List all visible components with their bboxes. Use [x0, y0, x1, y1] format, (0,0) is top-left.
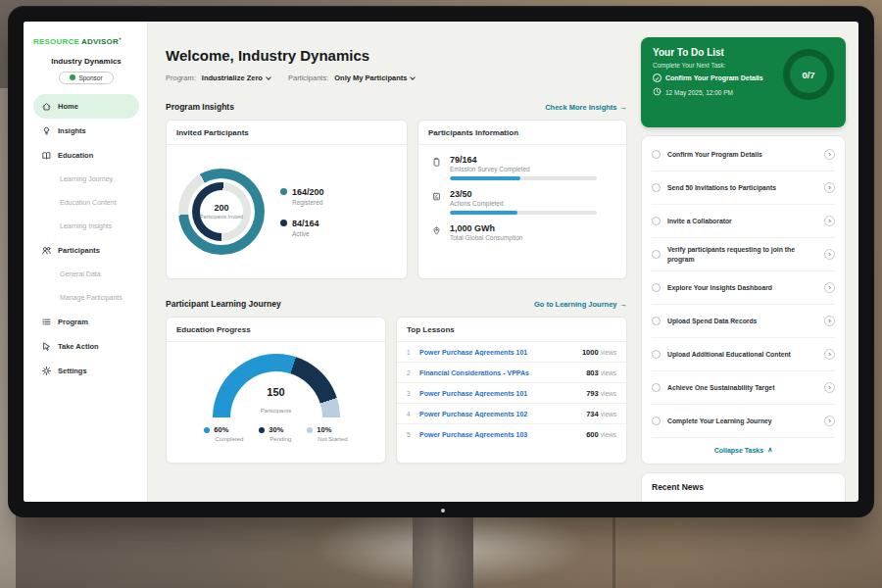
participants-filter-dropdown[interactable]: Only My Participants — [334, 74, 415, 82]
sidebar-item-label: Program — [58, 318, 88, 326]
survey-progress-bar — [450, 176, 597, 180]
todo-panel: Your To Do List Complete Your Next Task:… — [639, 22, 858, 502]
task-checkbox[interactable] — [652, 317, 661, 325]
task-chevron-icon[interactable]: › — [824, 349, 835, 360]
room-background: RESOURCE ADVISOR+ Industry Dynamics Spon… — [0, 0, 882, 588]
sidebar-item-label: Insights — [58, 126, 86, 135]
clock-icon — [653, 87, 662, 97]
cursor-icon — [41, 341, 52, 352]
logo-word-resource: RESOURCE — [33, 37, 79, 46]
task-checkbox[interactable] — [652, 217, 661, 225]
participants-filter-label: Participants: — [288, 74, 328, 82]
sidebar-item-learning-journey[interactable]: Learning Journey — [33, 168, 139, 191]
task-checkbox[interactable] — [652, 283, 661, 292]
todo-progress-value: 0/7 — [790, 56, 827, 93]
page-title: Welcome, Industry Dynamics — [166, 47, 627, 64]
sidebar-item-home[interactable]: Home — [33, 94, 139, 119]
book-icon — [41, 150, 52, 161]
org-name: Industry Dynamics — [33, 57, 139, 66]
lesson-link[interactable]: Power Purchase Agreements 102 — [419, 411, 586, 417]
program-filter-label: Program: — [166, 74, 196, 82]
logo-plus: + — [119, 35, 122, 41]
sidebar-item-label: Settings — [58, 367, 87, 375]
task-row[interactable]: Explore Your Insights Dashboard › — [652, 271, 835, 305]
task-row[interactable]: Verify participants requesting to join t… — [652, 238, 835, 271]
program-insights-header: Program Insights Check More Insights→ — [166, 102, 627, 112]
task-checkbox[interactable] — [652, 416, 661, 425]
lesson-link[interactable]: Power Purchase Agreements 101 — [419, 390, 586, 397]
card-title: Participants Information — [418, 121, 626, 145]
task-row[interactable]: Upload Spend Data Records › — [652, 305, 835, 338]
info-row-actions: 23/50 Actions Completed — [430, 189, 614, 215]
check-more-insights-link[interactable]: Check More Insights→ — [545, 103, 627, 112]
legend-dot-pending — [259, 427, 265, 433]
invited-donut-chart: 200 Participants Invited — [178, 169, 265, 255]
sponsor-badge-label: Sponsor — [78, 74, 102, 81]
task-row[interactable]: Complete Your Learning Journey › — [652, 405, 835, 438]
task-chevron-icon[interactable]: › — [824, 282, 835, 293]
task-row[interactable]: Invite a Collaborator › — [652, 205, 835, 238]
task-checkbox[interactable] — [652, 250, 661, 259]
section-title-learning-journey: Participant Learning Journey — [166, 299, 281, 309]
sidebar: RESOURCE ADVISOR+ Industry Dynamics Spon… — [24, 22, 148, 502]
app-window: RESOURCE ADVISOR+ Industry Dynamics Spon… — [24, 22, 858, 502]
task-row[interactable]: Upload Additional Educational Content › — [652, 338, 835, 371]
task-chevron-icon[interactable]: › — [824, 416, 835, 426]
recent-news-title: Recent News — [652, 482, 835, 492]
lesson-link[interactable]: Power Purchase Agreements 103 — [419, 431, 586, 438]
invited-participants-card: Invited Participants 200 Participants In… — [166, 120, 408, 279]
sidebar-item-participants[interactable]: Participants — [33, 238, 139, 263]
chevron-down-icon — [411, 74, 416, 80]
task-chevron-icon[interactable]: › — [824, 182, 835, 193]
task-checkbox[interactable] — [652, 150, 661, 159]
task-chevron-icon[interactable]: › — [824, 249, 835, 260]
task-checkbox[interactable] — [652, 383, 661, 392]
sidebar-item-program[interactable]: Program — [33, 310, 139, 334]
sidebar-item-learning-insights[interactable]: Learning Insights — [33, 215, 139, 238]
chevron-down-icon — [266, 74, 271, 80]
go-to-learning-journey-link[interactable]: Go to Learning Journey→ — [534, 300, 627, 309]
info-row-survey: 79/164 Emission Survey Completed — [430, 155, 614, 180]
lesson-link[interactable]: Power Purchase Agreements 101 — [419, 349, 582, 356]
sidebar-item-label: Home — [58, 102, 78, 111]
task-chevron-icon[interactable]: › — [824, 382, 835, 393]
task-chevron-icon[interactable]: › — [824, 216, 835, 226]
main-content: Welcome, Industry Dynamics Program: Indu… — [148, 22, 639, 502]
lesson-row: 2 Financial Considerations - VPPAs 803 v… — [397, 363, 626, 383]
sidebar-item-manage-participants[interactable]: Manage Participants — [33, 286, 139, 310]
education-progress-card: Education Progress 150 Participants — [166, 317, 386, 464]
collapse-tasks-button[interactable]: Collapse Tasks ∧ — [652, 438, 835, 462]
task-chevron-icon[interactable]: › — [824, 316, 835, 326]
lightbulb-icon — [41, 125, 52, 136]
sidebar-item-insights[interactable]: Insights — [33, 119, 139, 143]
todo-summary-card: Your To Do List Complete Your Next Task:… — [641, 37, 846, 127]
section-title-program-insights: Program Insights — [166, 102, 234, 112]
sidebar-item-settings[interactable]: Settings — [33, 359, 139, 383]
task-chevron-icon[interactable]: › — [824, 149, 835, 160]
info-row-consumption: 1,000 GWh Total Global Consumption — [430, 223, 614, 241]
legend-completed: 60% Completed — [204, 425, 243, 442]
legend-registered: 164/200 Registered — [280, 187, 324, 206]
todo-title: Your To Do List — [653, 47, 763, 58]
lesson-row: 1 Power Purchase Agreements 101 1000 vie… — [397, 342, 626, 363]
task-row[interactable]: Achieve One Sustainability Target › — [652, 371, 835, 405]
program-filter-dropdown[interactable]: Industrialize Zero — [202, 74, 270, 82]
gauge-legend: 60% Completed 30% Pending 10% — [167, 425, 385, 442]
todo-next-task[interactable]: ✓ Confirm Your Program Details — [653, 74, 763, 82]
sidebar-item-take-action[interactable]: Take Action — [33, 334, 139, 359]
sidebar-item-education[interactable]: Education — [33, 143, 139, 168]
sponsor-icon — [70, 74, 75, 80]
task-row[interactable]: Confirm Your Program Details › — [652, 138, 835, 172]
task-row[interactable]: Send 50 Invitations to Participants › — [652, 172, 835, 205]
sidebar-item-label: Take Action — [58, 342, 99, 351]
caret-up-icon: ∧ — [767, 446, 772, 454]
card-title: Top Lessons — [397, 318, 626, 342]
card-title: Invited Participants — [167, 121, 407, 145]
todo-progress-ring: 0/7 — [783, 49, 834, 100]
sidebar-item-education-content[interactable]: Education Content — [33, 191, 139, 215]
task-checkbox[interactable] — [652, 350, 661, 359]
sidebar-item-general-data[interactable]: General Data — [33, 263, 139, 286]
sponsor-badge[interactable]: Sponsor — [59, 72, 114, 84]
lesson-link[interactable]: Financial Considerations - VPPAs — [419, 369, 586, 376]
task-checkbox[interactable] — [652, 183, 661, 192]
